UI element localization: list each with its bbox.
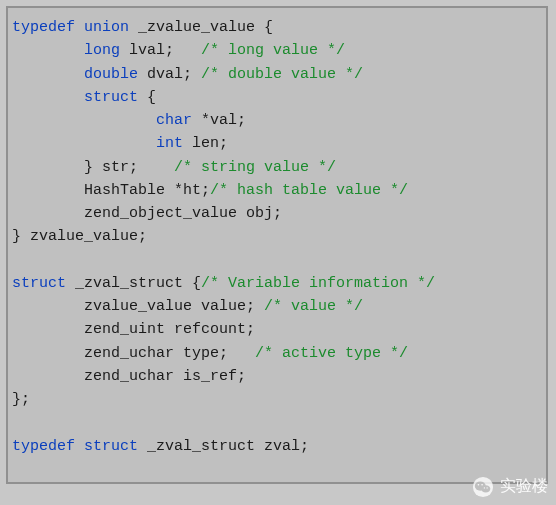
comment: /* active type */	[255, 345, 408, 362]
identifier: HashTable *ht;	[84, 182, 210, 199]
svg-point-2	[481, 485, 490, 492]
identifier: zend_uchar is_ref;	[84, 368, 246, 385]
identifier: *val;	[201, 112, 246, 129]
keyword-char: char	[156, 112, 192, 129]
comment: /* double value */	[201, 66, 363, 83]
identifier: {	[147, 89, 156, 106]
identifier: _zval_struct zval;	[147, 438, 309, 455]
keyword-union: union	[84, 19, 129, 36]
code-block: typedef union _zvalue_value { long lval;…	[12, 16, 542, 458]
keyword-int: int	[156, 135, 183, 152]
identifier: zend_uint refcount;	[84, 321, 255, 338]
svg-point-6	[486, 487, 487, 488]
keyword-typedef: typedef	[12, 438, 75, 455]
keyword-long: long	[84, 42, 120, 59]
identifier: _zval_struct {	[75, 275, 201, 292]
identifier: _zvalue_value {	[138, 19, 273, 36]
code-panel: typedef union _zvalue_value { long lval;…	[6, 6, 548, 484]
identifier: } zvalue_value;	[12, 228, 147, 245]
comment: /* long value */	[201, 42, 345, 59]
keyword-struct: struct	[84, 89, 138, 106]
keyword-double: double	[84, 66, 138, 83]
keyword-struct: struct	[12, 275, 66, 292]
comment: /* value */	[264, 298, 363, 315]
identifier: };	[12, 391, 30, 408]
keyword-struct: struct	[84, 438, 138, 455]
identifier: len;	[192, 135, 228, 152]
identifier: } str;	[84, 159, 174, 176]
identifier: zvalue_value value;	[84, 298, 264, 315]
comment: /* hash table value */	[210, 182, 408, 199]
comment: /* Variable information */	[201, 275, 435, 292]
keyword-typedef: typedef	[12, 19, 75, 36]
identifier: dval;	[147, 66, 201, 83]
svg-point-5	[484, 487, 485, 488]
identifier: zend_uchar type;	[84, 345, 255, 362]
identifier: lval;	[129, 42, 201, 59]
comment: /* string value */	[174, 159, 336, 176]
identifier: zend_object_value obj;	[84, 205, 282, 222]
